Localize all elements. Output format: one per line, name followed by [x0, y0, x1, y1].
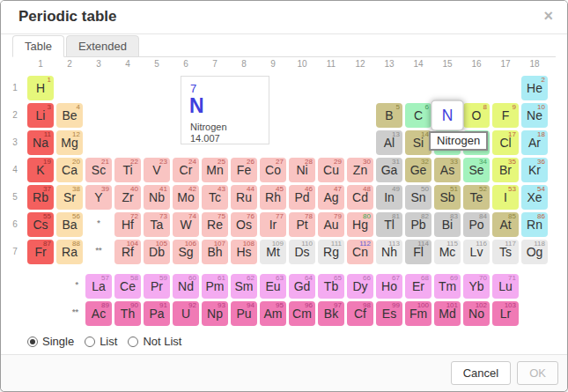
element-Pd[interactable]: 46Pd	[289, 185, 315, 210]
element-Rg[interactable]: 111Rg	[318, 240, 344, 264]
element-Pu[interactable]: 94Pu	[231, 301, 257, 326]
element-As[interactable]: 33As	[434, 158, 461, 182]
element-Th[interactable]: 90Th	[114, 301, 141, 326]
element-La[interactable]: 57La	[85, 274, 112, 299]
element-Sb[interactable]: 51Sb	[434, 185, 461, 210]
element-At[interactable]: 85At	[492, 212, 519, 237]
radio-list[interactable]: List	[85, 335, 117, 348]
ok-button[interactable]: OK	[517, 361, 558, 385]
element-V[interactable]: 23V	[144, 158, 170, 182]
element-Pr[interactable]: 59Pr	[144, 274, 170, 299]
element-Ti[interactable]: 22Ti	[114, 158, 141, 182]
element-Lv[interactable]: 116Lv	[463, 240, 490, 264]
element-Tc[interactable]: 43Tc	[202, 185, 228, 210]
element-Mc[interactable]: 115Mc	[434, 240, 461, 264]
element-H[interactable]: 1H	[27, 76, 54, 100]
element-Ne[interactable]: 10Ne	[521, 103, 548, 128]
element-Ho[interactable]: 67Ho	[376, 274, 402, 299]
element-Bk[interactable]: 97Bk	[318, 301, 344, 326]
element-Bh[interactable]: 107Bh	[202, 240, 228, 264]
element-Tb[interactable]: 65Tb	[318, 274, 344, 299]
element-Li[interactable]: 3Li	[27, 103, 54, 128]
element-Hg[interactable]: 80Hg	[347, 212, 373, 237]
element-Po[interactable]: 84Po	[463, 212, 490, 237]
element-Lr[interactable]: 103Lr	[492, 301, 519, 326]
element-Ts[interactable]: 117Ts	[492, 240, 519, 264]
element-Al[interactable]: 13Al	[376, 130, 402, 155]
element-Ge[interactable]: 32Ge	[405, 158, 432, 182]
element-Os[interactable]: 76Os	[231, 212, 257, 237]
element-Lu[interactable]: 71Lu	[492, 274, 519, 299]
element-Mn[interactable]: 25Mn	[202, 158, 228, 182]
element-Na[interactable]: 11Na	[27, 130, 54, 155]
element-Ga[interactable]: 31Ga	[376, 158, 402, 182]
element-Rb[interactable]: 37Rb	[27, 185, 54, 210]
element-Ta[interactable]: 73Ta	[144, 212, 170, 237]
element-W[interactable]: 74W	[173, 212, 199, 237]
element-Hs[interactable]: 108Hs	[231, 240, 257, 264]
element-Si[interactable]: 14Si	[405, 130, 432, 155]
element-Cf[interactable]: 98Cf	[347, 301, 373, 326]
element-O[interactable]: 8O	[463, 103, 490, 128]
element-K[interactable]: 19K	[27, 158, 54, 182]
element-Sm[interactable]: 62Sm	[231, 274, 257, 299]
element-Cm[interactable]: 96Cm	[289, 301, 315, 326]
element-Hf[interactable]: 72Hf	[114, 212, 141, 237]
element-Bi[interactable]: 83Bi	[434, 212, 461, 237]
element-Ba[interactable]: 56Ba	[56, 212, 83, 237]
element-Rf[interactable]: 104Rf	[114, 240, 141, 264]
element-F[interactable]: 9F	[492, 103, 519, 128]
radio-not-list[interactable]: Not List	[128, 335, 181, 348]
element-Er[interactable]: 68Er	[405, 274, 432, 299]
element-Dy[interactable]: 66Dy	[347, 274, 373, 299]
element-Sg[interactable]: 106Sg	[173, 240, 199, 264]
element-Tl[interactable]: 81Tl	[376, 212, 402, 237]
element-Au[interactable]: 79Au	[318, 212, 344, 237]
element-Tm[interactable]: 69Tm	[434, 274, 461, 299]
element-Y[interactable]: 39Y	[85, 185, 112, 210]
element-Se[interactable]: 34Se	[463, 158, 490, 182]
element-N[interactable]: 7N	[431, 100, 464, 131]
element-Am[interactable]: 95Am	[260, 301, 286, 326]
radio-single-icon[interactable]	[27, 337, 38, 347]
element-Eu[interactable]: 63Eu	[260, 274, 286, 299]
element-Ni[interactable]: 28Ni	[289, 158, 315, 182]
element-In[interactable]: 49In	[376, 185, 402, 210]
cancel-button[interactable]: Cancel	[451, 361, 511, 385]
element-He[interactable]: 2He	[521, 76, 548, 100]
element-I[interactable]: 53I	[492, 185, 519, 210]
element-Mt[interactable]: 109Mt	[260, 240, 286, 264]
element-Cs[interactable]: 55Cs	[27, 212, 54, 237]
element-Nb[interactable]: 41Nb	[144, 185, 170, 210]
element-Es[interactable]: 99Es	[376, 301, 402, 326]
element-Md[interactable]: 101Md	[434, 301, 461, 326]
element-Fm[interactable]: 100Fm	[405, 301, 432, 326]
element-Ir[interactable]: 77Ir	[260, 212, 286, 237]
element-Sc[interactable]: 21Sc	[85, 158, 112, 182]
element-Pt[interactable]: 78Pt	[289, 212, 315, 237]
radio-list-icon[interactable]	[85, 337, 95, 347]
element-Ru[interactable]: 44Ru	[231, 185, 257, 210]
element-Cu[interactable]: 29Cu	[318, 158, 344, 182]
element-Sn[interactable]: 50Sn	[405, 185, 432, 210]
element-Be[interactable]: 4Be	[56, 103, 83, 128]
element-Nd[interactable]: 60Nd	[173, 274, 199, 299]
element-Ag[interactable]: 47Ag	[318, 185, 344, 210]
element-Pm[interactable]: 61Pm	[202, 274, 228, 299]
element-B[interactable]: 5B	[376, 103, 402, 128]
radio-single[interactable]: Single	[27, 335, 74, 348]
element-Xe[interactable]: 54Xe	[521, 185, 548, 210]
element-Sr[interactable]: 38Sr	[56, 185, 83, 210]
element-Yb[interactable]: 70Yb	[463, 274, 490, 299]
element-Cr[interactable]: 24Cr	[173, 158, 199, 182]
element-Nh[interactable]: 113Nh	[376, 240, 402, 264]
element-Zn[interactable]: 30Zn	[347, 158, 373, 182]
element-Ac[interactable]: 89Ac	[85, 301, 112, 326]
element-U[interactable]: 92U	[173, 301, 199, 326]
element-Br[interactable]: 35Br	[492, 158, 519, 182]
element-Cd[interactable]: 48Cd	[347, 185, 373, 210]
element-Np[interactable]: 93Np	[202, 301, 228, 326]
element-Rh[interactable]: 45Rh	[260, 185, 286, 210]
element-Ca[interactable]: 20Ca	[56, 158, 83, 182]
element-Gd[interactable]: 64Gd	[289, 274, 315, 299]
